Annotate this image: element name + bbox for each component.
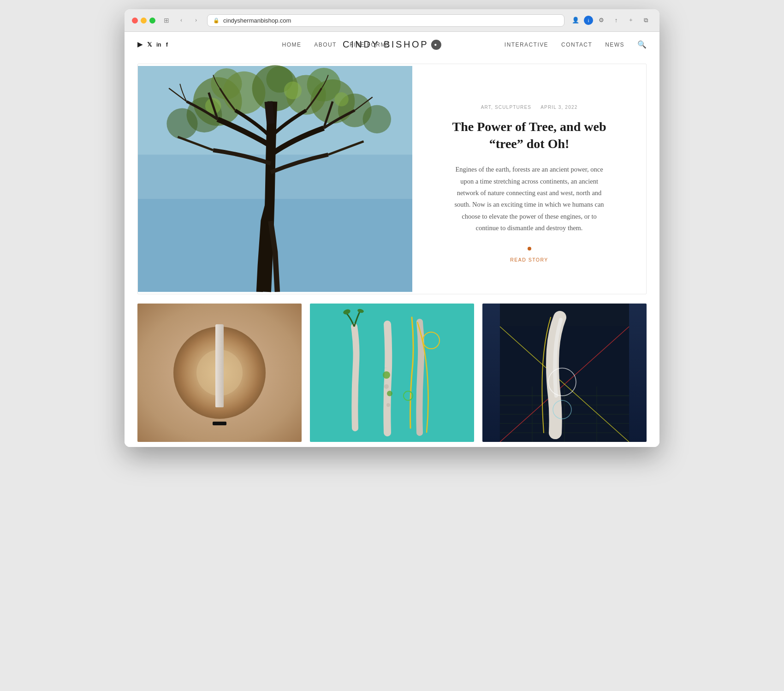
tabs-icon[interactable]: ⧉ <box>639 14 652 27</box>
search-icon[interactable]: 🔍 <box>637 40 647 49</box>
svg-point-24 <box>387 391 392 396</box>
share-icon[interactable]: ↑ <box>610 14 623 27</box>
hero-section: ART, SCULPTURES APRIL 3, 2022 The Power … <box>137 64 647 294</box>
thumb-3-background <box>482 304 647 442</box>
hero-category: ART, SCULPTURES <box>481 105 532 110</box>
youtube-icon[interactable]: ▶ <box>137 41 143 48</box>
nav-home[interactable]: HOME <box>282 42 302 48</box>
svg-rect-18 <box>327 304 457 442</box>
website-content: ▶ 𝕏 in f HOME ABOUT FINE FORMS CINDY BIS… <box>125 32 659 447</box>
thumbnails-grid <box>137 304 647 442</box>
browser-controls: ⊞ ‹ › 🔒 cindyshermanbishop.com 👤 i ⚙ ↑ +… <box>132 14 652 31</box>
minimize-button[interactable] <box>141 18 147 24</box>
nav-news[interactable]: NEWS <box>605 42 624 48</box>
browser-nav-icons: ⊞ ‹ › <box>160 14 202 27</box>
nav-contact[interactable]: CONTACT <box>561 42 592 48</box>
svg-point-21 <box>384 384 389 389</box>
thumb-1-background <box>137 304 302 442</box>
traffic-lights <box>132 18 155 24</box>
sculpture-stand <box>213 422 226 425</box>
thumb-2-background <box>310 304 474 442</box>
svg-point-10 <box>166 108 197 139</box>
new-tab-icon[interactable]: + <box>624 14 637 27</box>
info-icon[interactable]: i <box>584 16 593 25</box>
read-story-link[interactable]: READ STORY <box>510 257 548 262</box>
forward-icon[interactable]: › <box>190 14 202 27</box>
svg-point-12 <box>211 68 242 99</box>
browser-chrome: ⊞ ‹ › 🔒 cindyshermanbishop.com 👤 i ⚙ ↑ +… <box>125 9 659 32</box>
logo-text: CINDY BISHOP <box>343 39 428 50</box>
hero-content: ART, SCULPTURES APRIL 3, 2022 The Power … <box>412 64 646 294</box>
svg-point-11 <box>363 105 391 133</box>
nav-right: INTERACTIVE CONTACT NEWS 🔍 <box>505 40 647 49</box>
svg-point-23 <box>383 371 390 379</box>
url-text: cindyshermanbishop.com <box>223 17 291 24</box>
hero-dot-divider <box>528 247 531 250</box>
close-button[interactable] <box>132 18 138 24</box>
nav-interactive[interactable]: INTERACTIVE <box>505 42 548 48</box>
sculpture-stick <box>215 324 224 407</box>
hero-image <box>138 64 412 294</box>
hero-body: Engines of the earth, forests are an anc… <box>451 164 608 234</box>
linkedin-icon[interactable]: in <box>156 42 161 48</box>
fullscreen-button[interactable] <box>149 18 155 24</box>
thumbnail-sculpture[interactable] <box>137 304 302 442</box>
browser-window: ⊞ ‹ › 🔒 cindyshermanbishop.com 👤 i ⚙ ↑ +… <box>125 9 659 447</box>
profile-icon[interactable]: 👤 <box>569 14 582 27</box>
sidebar-toggle-icon[interactable]: ⊞ <box>160 14 173 27</box>
site-logo[interactable]: CINDY BISHOP <box>343 39 441 50</box>
hero-date: APRIL 3, 2022 <box>540 105 577 110</box>
thumbnail-teal[interactable] <box>310 304 474 442</box>
browser-actions: 👤 i ⚙ ↑ + ⧉ <box>569 14 652 27</box>
svg-point-22 <box>386 403 390 407</box>
back-icon[interactable]: ‹ <box>175 14 188 27</box>
site-nav: ▶ 𝕏 in f HOME ABOUT FINE FORMS CINDY BIS… <box>125 32 659 57</box>
thumbnail-3d[interactable] <box>482 304 647 442</box>
twitter-icon[interactable]: 𝕏 <box>147 41 152 48</box>
url-bar[interactable]: 🔒 cindyshermanbishop.com <box>207 14 564 27</box>
social-icons: ▶ 𝕏 in f <box>137 41 168 48</box>
facebook-icon[interactable]: f <box>166 41 168 48</box>
hero-title: The Power of Tree, and web “tree” dot Oh… <box>435 118 623 153</box>
logo-avatar <box>431 40 441 50</box>
extensions-icon[interactable]: ⚙ <box>595 14 608 27</box>
svg-point-17 <box>334 92 349 107</box>
lock-icon: 🔒 <box>213 18 220 24</box>
svg-point-16 <box>284 82 302 99</box>
hero-meta: ART, SCULPTURES APRIL 3, 2022 <box>481 105 578 110</box>
nav-about[interactable]: ABOUT <box>314 42 337 48</box>
